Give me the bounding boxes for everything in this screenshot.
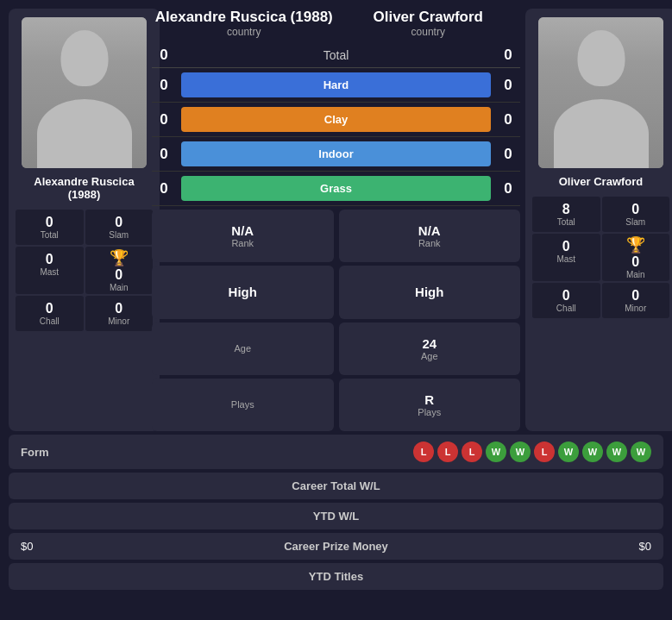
left-center-name: Alexandre Ruscica (1988) xyxy=(152,9,336,26)
left-age-label: Age xyxy=(234,343,251,354)
grass-row: 0 Grass 0 xyxy=(152,172,520,206)
right-rank-box: N/A Rank xyxy=(339,210,521,262)
right-player-card: Oliver Crawford 8 Total 0 Slam 0 Mast xyxy=(525,9,672,431)
form-badges-container: LLLWWLWWWW xyxy=(413,442,651,462)
center-column: Alexandre Ruscica (1988) country Oliver … xyxy=(152,9,520,431)
right-total-value: 8 xyxy=(562,202,570,217)
right-slam-value: 0 xyxy=(631,202,639,217)
right-center-name: Oliver Crawford xyxy=(336,9,521,26)
hard-row: 0 Hard 0 xyxy=(152,68,520,103)
form-label: Form xyxy=(21,446,49,459)
left-minor-label: Minor xyxy=(108,316,129,326)
left-avatar-silhouette xyxy=(22,17,147,168)
left-rank-value: N/A xyxy=(231,223,254,238)
left-slam-label: Slam xyxy=(109,230,129,240)
total-right-score: 0 xyxy=(496,47,520,64)
form-row: Form LLLWWLWWWW xyxy=(9,435,663,469)
left-minor-value: 0 xyxy=(115,301,122,316)
left-main-value: 0 xyxy=(115,267,122,283)
right-mast-value: 0 xyxy=(562,239,570,254)
right-country-text: country xyxy=(336,26,521,38)
left-player-name: Alexandre Ruscica (1988) xyxy=(34,175,134,201)
prize-label: Career Prize Money xyxy=(284,540,388,553)
lower-info-panels: N/A Rank High Age Plays xyxy=(152,210,520,431)
form-badge-W: W xyxy=(582,442,603,462)
clay-left-score: 0 xyxy=(152,111,176,128)
right-rank-label: Rank xyxy=(418,238,441,248)
right-slam-label: Slam xyxy=(625,217,645,227)
left-chall-value: 0 xyxy=(46,301,53,316)
clay-right-score: 0 xyxy=(496,111,520,128)
left-stats-grid: 0 Total 0 Slam 0 Mast 🏆 xyxy=(16,210,153,331)
left-total-value: 0 xyxy=(46,215,53,230)
bottom-section: Form LLLWWLWWWW Career Total W/L YTD W/L… xyxy=(9,435,663,590)
ytd-titles-row: YTD Titles xyxy=(9,563,663,590)
form-badge-W: W xyxy=(558,442,579,462)
right-stat-minor: 0 Minor xyxy=(602,283,670,318)
left-age-box: Age xyxy=(152,323,334,375)
indoor-left-score: 0 xyxy=(152,146,176,163)
left-high-value: High xyxy=(229,285,257,299)
left-plays-box: Plays xyxy=(152,379,334,431)
hard-left-score: 0 xyxy=(152,77,176,94)
career-wl-label: Career Total W/L xyxy=(292,479,380,492)
right-plays-label: Plays xyxy=(418,407,441,417)
left-rank-box: N/A Rank xyxy=(152,210,334,262)
form-badge-L: L xyxy=(437,442,458,462)
left-player-avatar xyxy=(22,17,147,168)
left-stat-chall: 0 Chall xyxy=(16,296,84,331)
grass-surface-btn: Grass xyxy=(181,176,491,201)
right-main-label: Main xyxy=(626,270,645,279)
left-mast-label: Mast xyxy=(40,267,59,277)
right-stat-slam: 0 Slam xyxy=(602,197,670,232)
grass-right-score: 0 xyxy=(496,180,520,197)
form-badge-L: L xyxy=(534,442,555,462)
right-mast-label: Mast xyxy=(556,254,575,264)
total-left-score: 0 xyxy=(152,47,176,64)
right-stats-grid: 8 Total 0 Slam 0 Mast 🏆 0 Main xyxy=(532,197,669,318)
right-main-value: 0 xyxy=(631,254,639,270)
left-country-text: country xyxy=(152,26,336,38)
grass-left-score: 0 xyxy=(152,180,176,197)
right-chall-value: 0 xyxy=(562,288,570,304)
indoor-right-score: 0 xyxy=(496,146,520,163)
right-high-box: High xyxy=(339,266,521,318)
right-trophy-icon: 🏆 xyxy=(626,235,645,254)
right-total-label: Total xyxy=(557,217,575,227)
form-badge-W: W xyxy=(486,442,506,462)
right-name-area: Oliver Crawford country xyxy=(336,9,521,38)
hard-right-score: 0 xyxy=(496,77,520,94)
left-chall-label: Chall xyxy=(40,316,60,326)
left-stat-slam: 0 Slam xyxy=(85,210,154,245)
right-info-panels: N/A Rank High 24 Age R Plays xyxy=(339,210,521,431)
right-player-avatar xyxy=(538,17,663,168)
left-trophy-icon: 🏆 xyxy=(110,248,129,267)
left-mast-value: 0 xyxy=(46,252,53,267)
left-stat-total: 0 Total xyxy=(16,210,84,245)
top-section: Alexandre Ruscica (1988) 0 Total 0 Slam … xyxy=(9,9,663,431)
prize-row: $0 Career Prize Money $0 xyxy=(9,533,663,560)
indoor-row: 0 Indoor 0 xyxy=(152,137,520,172)
right-minor-label: Minor xyxy=(625,304,646,313)
prize-right-value: $0 xyxy=(639,540,651,553)
left-slam-value: 0 xyxy=(115,215,122,230)
form-badge-L: L xyxy=(462,442,482,462)
left-rank-label: Rank xyxy=(231,238,254,248)
ytd-titles-label: YTD Titles xyxy=(309,570,363,583)
form-badge-W: W xyxy=(606,442,627,462)
right-stat-main: 🏆 0 Main xyxy=(602,234,670,281)
right-high-value: High xyxy=(415,285,443,299)
right-plays-box: R Plays xyxy=(339,379,521,431)
right-age-value: 24 xyxy=(422,336,436,351)
left-total-label: Total xyxy=(41,230,59,240)
right-chall-label: Chall xyxy=(556,304,576,313)
left-plays-label: Plays xyxy=(231,399,254,410)
ytd-wl-label: YTD W/L xyxy=(313,510,359,523)
left-player-card: Alexandre Ruscica (1988) 0 Total 0 Slam … xyxy=(9,9,160,431)
indoor-surface-btn: Indoor xyxy=(181,141,491,166)
names-row: Alexandre Ruscica (1988) country Oliver … xyxy=(152,9,520,38)
main-container: Alexandre Ruscica (1988) 0 Total 0 Slam … xyxy=(0,0,672,602)
right-age-box: 24 Age xyxy=(339,323,521,375)
left-name-area: Alexandre Ruscica (1988) country xyxy=(152,9,336,38)
right-player-name: Oliver Crawford xyxy=(559,175,644,188)
